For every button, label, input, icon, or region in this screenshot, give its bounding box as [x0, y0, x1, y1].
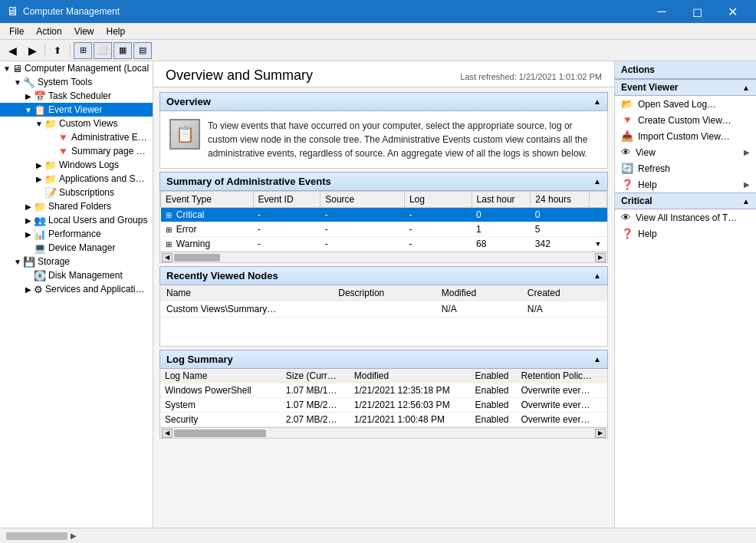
log-sec-name: Security	[160, 413, 281, 427]
tree-disk-management[interactable]: ▶ 💽 Disk Management	[0, 268, 153, 282]
actions-critical-header[interactable]: Critical ▲	[615, 193, 756, 209]
tree-system-tools[interactable]: ▼ 🔧 System Tools	[0, 75, 153, 89]
toolbar-view1[interactable]: ⬜	[94, 42, 112, 59]
action-help-critical[interactable]: ❓ Help	[615, 225, 756, 242]
page-header: Overview and Summary Last refreshed: 1/2…	[153, 61, 614, 87]
menu-file[interactable]: File	[3, 25, 30, 38]
minimize-button[interactable]: ─	[644, 0, 679, 23]
action-open-saved[interactable]: 📂 Open Saved Log…	[615, 96, 756, 112]
tree-expander-ase[interactable]: ▶	[34, 173, 44, 184]
admin-row-critical[interactable]: ⊞ Critical - - - 0 0	[161, 208, 607, 222]
tree-windowslogs-label: Windows Logs	[59, 160, 119, 170]
toolbar-view3[interactable]: ▤	[133, 42, 152, 59]
restore-button[interactable]: ◻	[679, 0, 715, 23]
status-scroll-thumb[interactable]	[6, 532, 67, 540]
menu-help[interactable]: Help	[100, 25, 132, 38]
tree-expander-root[interactable]: ▼	[2, 63, 12, 74]
expand-warning[interactable]: ⊞	[166, 240, 172, 248]
tree-admin-events[interactable]: ▶ 🔻 Administrative E…	[0, 130, 153, 144]
tree-summary-page[interactable]: ▶ 🔻 Summary page e…	[0, 144, 153, 158]
tree-task-scheduler[interactable]: ▶ 📅 Task Scheduler	[0, 89, 153, 103]
log-summary-collapse[interactable]: ▲	[593, 355, 601, 364]
toolbar-show-hide[interactable]: ⊞	[74, 42, 92, 59]
tree-windows-logs[interactable]: ▶ 📁 Windows Logs	[0, 158, 153, 172]
action-import-custom[interactable]: 📥 Import Custom View…	[615, 128, 756, 144]
recently-viewed-collapse[interactable]: ▲	[593, 272, 601, 280]
log-hscroll-left[interactable]: ◀	[162, 429, 173, 438]
hscroll-left[interactable]: ◀	[162, 253, 173, 262]
admin-events-collapse-icon[interactable]: ▲	[593, 177, 601, 186]
tree-expander-lu[interactable]: ▶	[23, 215, 34, 225]
toolbar-up[interactable]: ⬆	[48, 42, 67, 59]
admin-events-header[interactable]: Summary of Administrative Events ▲	[159, 172, 608, 191]
recently-viewed-header[interactable]: Recently Viewed Nodes ▲	[159, 266, 608, 285]
action-view[interactable]: 👁 View ▶	[615, 144, 756, 160]
tree-expander-wl[interactable]: ▶	[34, 160, 44, 170]
tree-subscriptions[interactable]: ▶ 📝 Subscriptions	[0, 186, 153, 199]
tree-expander-tasks[interactable]: ▶	[23, 90, 34, 101]
close-button[interactable]: ✕	[715, 0, 750, 23]
menu-action[interactable]: Action	[30, 25, 67, 38]
hscroll-thumb[interactable]	[174, 254, 220, 262]
hscroll-right[interactable]: ▶	[595, 253, 606, 262]
action-create-custom[interactable]: 🔻 Create Custom View…	[615, 112, 756, 128]
toolbar: ◀ ▶ ⬆ ⊞ ⬜ ▦ ▤	[0, 40, 756, 61]
admin-events-icon: 🔻	[57, 132, 69, 143]
log-row-system[interactable]: System 1.07 MB/2… 1/21/2021 12:56:03 PM …	[160, 398, 607, 413]
performance-icon: 📊	[34, 229, 46, 240]
tree-expander-cv[interactable]: ▼	[34, 118, 44, 129]
tree-custom-views[interactable]: ▼ 📁 Custom Views	[0, 117, 153, 130]
window-title: Computer Management	[23, 6, 639, 17]
tree-expander-storage[interactable]: ▼	[12, 256, 23, 267]
tree-local-users[interactable]: ▶ 👥 Local Users and Groups	[0, 213, 153, 227]
log-hscroll-right[interactable]: ▶	[595, 429, 606, 438]
overview-header[interactable]: Overview ▲	[159, 92, 608, 111]
center-panel: Overview and Summary Last refreshed: 1/2…	[153, 61, 614, 528]
computer-icon: 🖥	[12, 63, 22, 74]
error-type: ⊞ Error	[161, 222, 254, 237]
col-last-hour: Last hour	[472, 192, 531, 208]
log-hscroll[interactable]: ◀ ▶	[160, 427, 607, 438]
tree-event-viewer[interactable]: ▼ 📋 Event Viewer	[0, 103, 153, 117]
log-row-security[interactable]: Security 2.07 MB/2… 1/21/2021 1:00:48 PM…	[160, 413, 607, 427]
admin-row-warning[interactable]: ⊞ Warning - - - 68 342 ▼	[161, 237, 607, 252]
menu-view[interactable]: View	[68, 25, 100, 38]
log-col-size: Size (Curr…	[281, 369, 350, 383]
tree-shared-folders[interactable]: ▶ 📁 Shared Folders	[0, 199, 153, 213]
log-hscroll-thumb[interactable]	[174, 429, 266, 437]
toolbar-view2[interactable]: ▦	[113, 42, 132, 59]
tree-storage[interactable]: ▼ 💾 Storage	[0, 255, 153, 268]
tree-expander-ev[interactable]: ▼	[23, 104, 34, 115]
action-help-ev[interactable]: ❓ Help ▶	[615, 176, 756, 193]
tree-services-apps[interactable]: ▶ ⚙ Services and Applications	[0, 282, 153, 296]
rv-col-desc: Description	[332, 285, 436, 301]
status-arrow-right[interactable]: ▶	[71, 531, 77, 540]
warning-lasthour: 68	[472, 237, 531, 252]
actions-ev-label: Event Viewer	[621, 82, 678, 93]
overview-collapse-icon[interactable]: ▲	[593, 97, 601, 106]
actions-ev-header[interactable]: Event Viewer ▲	[615, 79, 756, 96]
admin-hscroll[interactable]: ◀ ▶	[160, 252, 607, 262]
critical-24h: 0	[531, 208, 590, 222]
log-row-powershell[interactable]: Windows PowerShell 1.07 MB/1… 1/21/2021 …	[160, 383, 607, 398]
toolbar-forward[interactable]: ▶	[23, 42, 41, 59]
tree-apps-and-se[interactable]: ▶ 📁 Applications and Se…	[0, 172, 153, 186]
tree-expander-perf[interactable]: ▶	[23, 229, 34, 239]
tree-root[interactable]: ▼ 🖥 Computer Management (Local	[0, 61, 153, 75]
tree-expander-systemtools[interactable]: ▼	[12, 77, 23, 87]
log-summary-header[interactable]: Log Summary ▲	[159, 350, 608, 369]
log-sec-enabled: Enabled	[470, 413, 516, 427]
recently-viewed-row[interactable]: Custom Views\Summary… N/A N/A	[160, 301, 607, 318]
action-refresh[interactable]: 🔄 Refresh	[615, 160, 756, 176]
expand-critical[interactable]: ⊞	[166, 211, 172, 219]
expand-error[interactable]: ⊞	[166, 225, 172, 234]
tree-performance[interactable]: ▶ 📊 Performance	[0, 227, 153, 241]
action-view-all[interactable]: 👁 View All Instances of T…	[615, 209, 756, 225]
app-icon: 🖥	[6, 5, 18, 18]
tree-expander-sa[interactable]: ▶	[23, 284, 34, 295]
toolbar-back[interactable]: ◀	[3, 42, 21, 59]
tree-expander-sf[interactable]: ▶	[23, 201, 34, 212]
rv-col-modified: Modified	[436, 285, 521, 301]
admin-row-error[interactable]: ⊞ Error - - - 1 5	[161, 222, 607, 237]
tree-device-manager[interactable]: ▶ 💻 Device Manager	[0, 241, 153, 255]
